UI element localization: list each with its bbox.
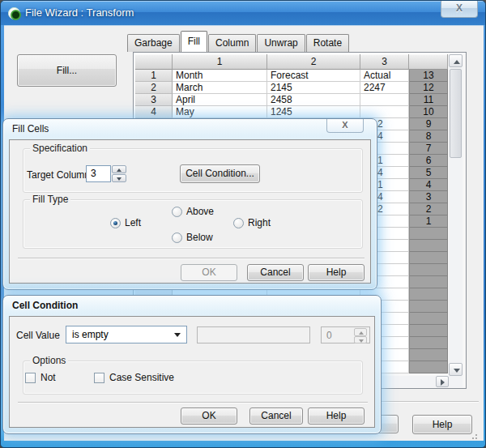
grid-cell[interactable]: 2145 <box>267 82 360 94</box>
cell-condition-button[interactable]: Cell Condition... <box>180 164 260 183</box>
index-cell: 1 <box>409 215 448 228</box>
column-header-2[interactable]: 2 <box>267 54 360 70</box>
radio-below[interactable]: Below <box>172 232 213 243</box>
case-sensitive-checkbox[interactable]: Case Sensitive <box>94 372 174 383</box>
close-button[interactable]: X <box>441 1 478 18</box>
condition-text-input <box>197 326 310 343</box>
target-column-input[interactable]: 3 <box>86 165 111 182</box>
index-cell <box>409 325 448 337</box>
row-number-cell[interactable]: 4 <box>135 106 173 118</box>
radio-left-circle <box>110 218 121 228</box>
grid-cell[interactable]: Actual <box>360 70 409 82</box>
vertical-scroll-thumb[interactable] <box>450 69 462 158</box>
resize-grip[interactable] <box>471 433 479 441</box>
grid-cell[interactable]: Forecast <box>267 70 360 82</box>
scroll-up-icon[interactable] <box>449 54 463 67</box>
grid-cell[interactable]: April <box>173 94 267 106</box>
fill-cells-close-button[interactable]: X <box>326 119 364 133</box>
not-checkbox-box <box>25 373 36 383</box>
table-row: 1MonthForecastActual13 <box>135 70 448 82</box>
index-cell: 13 <box>409 70 448 82</box>
cell-condition-dialog: Cell Condition Cell Value is empty 0 Opt… <box>2 295 382 434</box>
index-cell <box>409 264 448 276</box>
grid-cell[interactable] <box>360 106 409 118</box>
scroll-down-icon[interactable] <box>449 363 463 376</box>
radio-right-circle <box>233 218 244 228</box>
tab-column[interactable]: Column <box>208 34 256 52</box>
not-checkbox[interactable]: Not <box>25 372 56 383</box>
case-sensitive-checkbox-box <box>94 373 104 383</box>
stepper-down-icon[interactable] <box>112 174 126 182</box>
fill-cells-cancel-button[interactable]: Cancel <box>247 264 304 281</box>
target-column-stepper[interactable] <box>112 165 126 182</box>
grid-cell[interactable]: March <box>173 82 267 94</box>
index-cell: 9 <box>409 118 448 130</box>
number-down-icon <box>354 336 367 343</box>
index-cell: 7 <box>409 143 448 155</box>
grid-cell[interactable]: May <box>173 106 267 118</box>
fill-cells-help-button[interactable]: Help <box>308 264 364 281</box>
file-wizard-window: File Wizard : Transform X Fill... Garbag… <box>0 0 486 448</box>
scroll-right-icon[interactable] <box>436 376 449 387</box>
grid-cell[interactable]: Month <box>173 70 267 82</box>
cell-condition-cancel-button[interactable]: Cancel <box>249 407 303 425</box>
index-cell <box>409 240 448 252</box>
radio-above-label: Above <box>186 206 214 217</box>
radio-above-circle <box>172 207 182 217</box>
tab-unwrap[interactable]: Unwrap <box>257 34 305 52</box>
radio-left[interactable]: Left <box>110 217 141 228</box>
radio-above[interactable]: Above <box>172 206 214 217</box>
tab-rotate[interactable]: Rotate <box>306 34 349 52</box>
cell-condition-ok-button[interactable]: OK <box>181 407 237 425</box>
app-icon <box>8 7 20 19</box>
cell-condition-help-button[interactable]: Help <box>308 407 364 425</box>
radio-right[interactable]: Right <box>233 217 271 228</box>
stepper-up-icon[interactable] <box>112 165 126 173</box>
tab-fill[interactable]: Fill <box>181 31 207 52</box>
options-group: Options <box>23 361 363 395</box>
index-cell: 8 <box>409 130 448 143</box>
grid-cell[interactable] <box>360 94 409 106</box>
cell-condition-body: Cell Value is empty 0 Options Not <box>9 316 375 428</box>
index-cell: 12 <box>409 82 448 94</box>
column-header-1[interactable]: 1 <box>173 54 267 70</box>
grid-cell[interactable]: 2458 <box>267 94 360 106</box>
row-number-cell[interactable]: 1 <box>135 70 173 82</box>
fill-cells-dialog: Fill Cells X Specification Target Column… <box>2 118 377 290</box>
column-header-3[interactable]: 3 <box>360 54 409 70</box>
row-number-cell[interactable]: 2 <box>135 82 173 94</box>
titlebar: File Wizard : Transform <box>1 1 486 25</box>
dropdown-arrow-icon <box>174 333 181 337</box>
tab-garbage[interactable]: Garbage <box>127 34 180 52</box>
options-group-label: Options <box>30 355 68 366</box>
fill-button[interactable]: Fill... <box>17 54 117 87</box>
operator-dropdown[interactable]: is empty <box>66 326 187 343</box>
index-cell: 2 <box>409 203 448 215</box>
index-cell <box>409 252 448 264</box>
index-cell: 5 <box>409 167 448 179</box>
fill-cells-title: Fill Cells <box>12 123 49 134</box>
radio-right-label: Right <box>248 217 271 228</box>
case-sensitive-checkbox-label: Case Sensitive <box>109 372 174 383</box>
number-up-icon <box>354 328 367 336</box>
table-row: 2March2145224712 <box>135 82 448 94</box>
index-cell <box>409 337 448 349</box>
vertical-scrollbar[interactable] <box>449 54 463 376</box>
grid-header-row: 123 <box>135 54 448 70</box>
fill-cells-body: Specification Target Column 3 Cell Condi… <box>9 139 371 284</box>
main-help-button[interactable]: Help <box>412 415 472 434</box>
row-number-cell[interactable]: 3 <box>135 94 173 106</box>
cell-value-label: Cell Value <box>16 330 60 341</box>
fill-type-group-label: Fill Type <box>30 194 70 205</box>
index-cell: 4 <box>409 179 448 191</box>
table-row: 3April245811 <box>135 94 448 106</box>
index-cell <box>409 276 448 288</box>
index-cell <box>409 313 448 325</box>
index-cell <box>409 288 448 301</box>
index-cell <box>409 349 448 361</box>
grid-cell[interactable]: 2247 <box>360 82 409 94</box>
target-column-label: Target Column <box>27 169 90 181</box>
fill-cells-ok-button: OK <box>181 264 237 281</box>
grid-cell[interactable]: 1245 <box>267 106 360 118</box>
window-title: File Wizard : Transform <box>25 6 134 19</box>
